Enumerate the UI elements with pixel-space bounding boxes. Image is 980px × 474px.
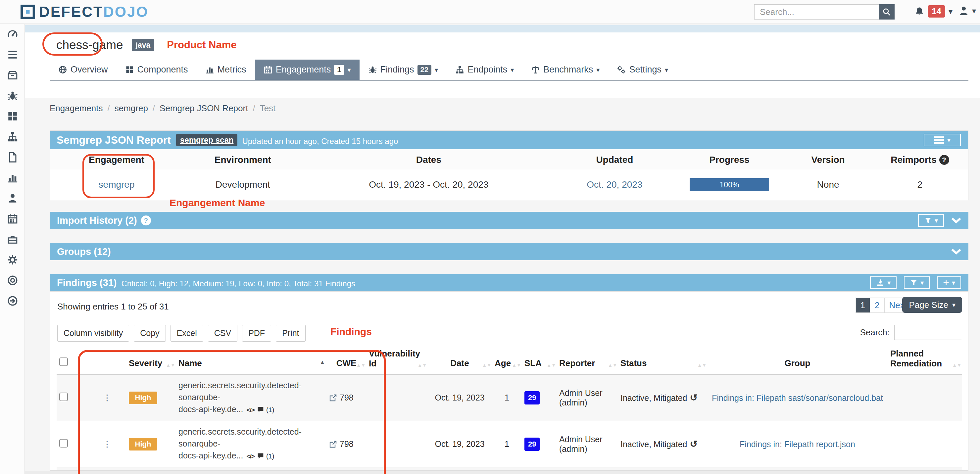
product-name[interactable]: chess-game (50, 38, 130, 52)
findings-download-button[interactable]: ▾ (870, 277, 897, 289)
tab-metrics[interactable]: Metrics (197, 60, 255, 80)
import-history-help-icon[interactable]: ? (141, 215, 151, 226)
col-planned-remediation[interactable]: PlannedRemediation▲▼ (888, 345, 962, 375)
col-version: Version (784, 149, 872, 170)
import-history-bar[interactable]: Import History (2) ? ▾ (50, 212, 969, 229)
group-link[interactable]: Findings in: Filepath report.json (710, 439, 885, 450)
global-search-input[interactable] (754, 4, 879, 19)
sidebar-icon-list[interactable] (0, 45, 25, 65)
tab-components[interactable]: Components (116, 60, 197, 80)
col-name[interactable]: Name▲ (176, 345, 326, 375)
calendar-icon (264, 65, 272, 74)
sidebar-icon-calendar[interactable] (0, 208, 25, 229)
sidebar-icon-logout-arrow[interactable] (0, 291, 25, 311)
col-age[interactable]: Age▲▼ (492, 345, 522, 375)
col-severity[interactable]: Severity▲▼ (126, 345, 176, 375)
findings-add-button[interactable]: + ▾ (937, 277, 961, 289)
sidebar-icon-inbox-box[interactable] (0, 65, 25, 85)
page-1-button[interactable]: 1 (856, 298, 870, 312)
comment-icon (257, 406, 264, 413)
severity-badge: High (129, 391, 157, 404)
sla-badge: 29 (525, 437, 540, 451)
sidebar-icon-grid[interactable] (0, 106, 25, 126)
cwe-value[interactable]: 798 (340, 393, 353, 402)
sidebar-icon-dashboard-gauge[interactable] (0, 24, 25, 45)
import-history-filter-button[interactable]: ▾ (918, 214, 944, 227)
reimports-help-icon[interactable]: ? (939, 155, 949, 165)
page-2-button[interactable]: 2 (870, 298, 884, 312)
defectdojo-logo[interactable]: DEFECTDOJO (21, 5, 149, 19)
tab-settings[interactable]: Settings ▾ (608, 60, 677, 80)
cwe-value[interactable]: 798 (340, 439, 353, 449)
col-date[interactable]: Date▲▼ (428, 345, 492, 375)
csv-button[interactable]: CSV (208, 325, 237, 342)
bell-icon[interactable] (915, 6, 924, 17)
findings-search-input[interactable] (894, 325, 962, 340)
external-link-icon[interactable] (329, 394, 337, 402)
engagement-menu-button[interactable]: ▾ (924, 134, 961, 146)
severity-badge: High (129, 438, 157, 450)
col-group[interactable]: Group (707, 345, 888, 375)
external-link-icon[interactable] (329, 440, 337, 448)
engagement-link[interactable]: semgrep (99, 180, 135, 190)
col-reporter[interactable]: Reporter▲▼ (557, 345, 618, 375)
history-icon[interactable]: ↺ (690, 439, 698, 449)
row-checkbox[interactable] (59, 393, 68, 401)
user-menu-caret-icon[interactable]: ▾ (972, 6, 976, 16)
sidebar-icon-bar-chart[interactable] (0, 167, 25, 188)
page-size-button[interactable]: Page Size ▾ (902, 297, 962, 313)
history-icon[interactable]: ↺ (690, 393, 698, 403)
row-checkbox[interactable] (59, 439, 68, 447)
finding-name-link[interactable]: generic.secrets.security.detected-sonarq… (178, 426, 324, 450)
copy-button[interactable]: Copy (134, 325, 165, 342)
updated-value[interactable]: Oct. 20, 2023 (587, 180, 642, 190)
import-history-chevron-icon[interactable] (951, 218, 961, 223)
sidebar-icon-bug[interactable] (0, 85, 25, 106)
breadcrumb-engagements[interactable]: Engagements (50, 103, 103, 113)
scan-type-badge[interactable]: semgrep scan (176, 134, 237, 146)
progress-bar: 100% (690, 178, 769, 191)
globe-icon (58, 65, 67, 74)
sidebar-icon-sitemap[interactable] (0, 126, 25, 147)
tab-benchmarks[interactable]: Benchmarks ▾ (522, 60, 608, 80)
findings-filter-button[interactable]: ▾ (904, 277, 930, 289)
group-link[interactable]: Findings in: Filepath sast/sonar/sonarcl… (710, 392, 885, 404)
global-search-button[interactable] (879, 4, 894, 19)
sidebar-icon-document[interactable] (0, 147, 25, 167)
finding-name-link[interactable]: generic.secrets.security.detected-sonarq… (178, 379, 324, 403)
tab-endpoints[interactable]: Endpoints ▾ (447, 60, 522, 80)
pdf-button[interactable]: PDF (242, 325, 271, 342)
col-status[interactable]: Status▲▼ (618, 345, 707, 375)
sidebar-icon-help-ring[interactable] (0, 270, 25, 291)
col-vulnerability-id[interactable]: VulnerabilityId▲▼ (366, 345, 428, 375)
select-all-checkbox[interactable] (59, 358, 68, 366)
col-engagement: Engagement (50, 149, 183, 170)
filter-caret-icon: ▾ (935, 216, 938, 224)
finding-name-link[interactable]: docs-api-key.de... (178, 404, 243, 414)
breadcrumb-semgrep-json-report[interactable]: Semgrep JSON Report (159, 103, 248, 113)
engagement-meta: Updated an hour ago, Created 15 hours ag… (242, 137, 398, 146)
print-button[interactable]: Print (276, 325, 305, 342)
bug-icon (368, 65, 377, 74)
import-history-title: Import History (2) (57, 215, 137, 226)
row-menu-kebab-icon[interactable]: ⋮ (88, 468, 126, 471)
groups-chevron-icon[interactable] (951, 248, 961, 254)
tab-engagements[interactable]: Engagements 1 ▾ (255, 60, 360, 80)
sidebar-icon-user[interactable] (0, 188, 25, 208)
breadcrumb-semgrep[interactable]: semgrep (115, 103, 148, 113)
notification-count-badge[interactable]: 14 (928, 5, 945, 17)
row-menu-kebab-icon[interactable]: ⋮ (88, 421, 126, 468)
groups-bar[interactable]: Groups (12) (50, 243, 969, 260)
user-icon[interactable] (958, 5, 969, 17)
sidebar-icon-toolbox[interactable] (0, 229, 25, 250)
column-visibility-button[interactable]: Column visibility (57, 325, 129, 342)
col-sla[interactable]: SLA▲▼ (522, 345, 557, 375)
sidebar-icon-gear[interactable] (0, 250, 25, 270)
tab-findings[interactable]: Findings 22 ▾ (360, 60, 447, 80)
tab-overview[interactable]: Overview (50, 60, 116, 80)
notification-caret-icon[interactable]: ▾ (948, 7, 953, 16)
col-cwe[interactable]: CWE▲▼ (326, 345, 366, 375)
finding-name-link[interactable]: docs-api-key.de... (178, 451, 243, 460)
excel-button[interactable]: Excel (170, 325, 203, 342)
row-menu-kebab-icon[interactable]: ⋮ (88, 375, 126, 421)
